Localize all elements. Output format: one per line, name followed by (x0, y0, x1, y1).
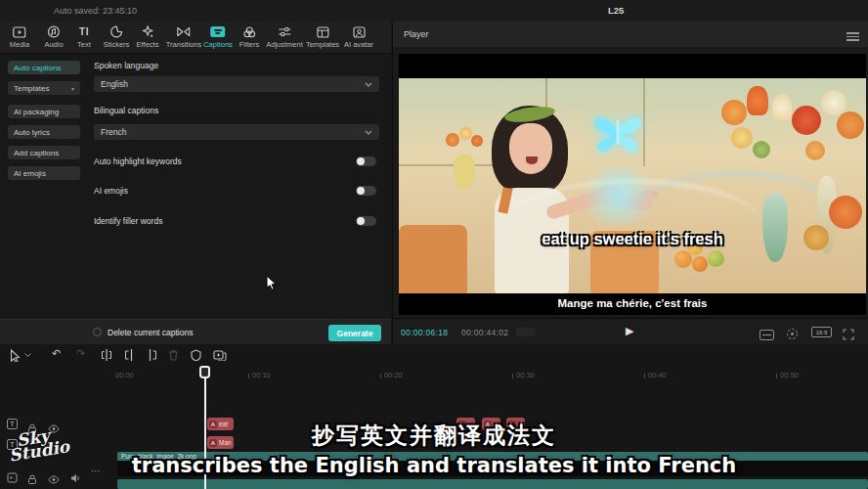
main-toolbar: Media Audio TI Text Stickers Effects Tra… (0, 22, 391, 54)
speaker-icon[interactable] (70, 469, 81, 487)
video-preview[interactable]: eat up sweetie it's fresh Mange ma chéri… (399, 54, 866, 315)
play-button[interactable]: ▶ (626, 325, 633, 337)
filler-words-toggle[interactable] (356, 216, 376, 226)
preview-quality-icon[interactable] (760, 327, 774, 344)
spoken-language-select[interactable]: English (94, 76, 379, 92)
delete-right-icon[interactable] (147, 349, 157, 361)
split-icon[interactable] (101, 349, 112, 361)
timeline: ↶ ↷ 00:00 00:10 00:20 00:30 (0, 344, 868, 489)
sidebar-item-auto-lyrics[interactable]: Auto lyrics (8, 125, 80, 139)
undo-icon[interactable]: ↶ (52, 347, 61, 360)
toolbar-effects[interactable]: Effects (137, 24, 159, 49)
ai-emojis-label: AI emojis (94, 186, 128, 196)
chevron-down-icon (365, 82, 372, 87)
player-controls: 00:00:06:18 00:00:44:02 ▶ 16:9 (393, 318, 868, 344)
auto-highlight-label: Auto highlight keywords (94, 156, 182, 166)
media-icon (12, 24, 27, 39)
toolbar-label: Transitions (166, 40, 201, 49)
overlay-track-icon[interactable] (213, 349, 227, 361)
sidebar-item-auto-captions[interactable]: Auto captions (8, 61, 80, 74)
toolbar-text[interactable]: TI Text (76, 24, 92, 49)
current-timecode: 00:00:06:18 (401, 328, 448, 337)
eye-icon[interactable] (48, 470, 60, 488)
captions-panel: Auto captions Templates ▾ AI packaging A… (0, 55, 391, 319)
ai-avatar-icon (351, 24, 367, 39)
audio-clip[interactable] (117, 479, 868, 489)
playhead-line[interactable] (204, 367, 206, 489)
select-tool-chevron-icon[interactable] (24, 353, 31, 357)
toolbar-label: Effects (137, 40, 159, 49)
toolbar-label: Stickers (104, 40, 130, 49)
sidebar-item-add-captions[interactable]: Add captions (8, 146, 80, 159)
stickers-icon (108, 24, 124, 39)
toolbar-audio[interactable]: Audio (44, 24, 63, 49)
ai-emojis-toggle[interactable] (356, 186, 376, 196)
auto-highlight-toggle[interactable] (356, 156, 376, 166)
video-clip[interactable]: Pure_black_image_2k.png (117, 452, 868, 476)
text-icon: TI (76, 24, 92, 39)
woman-face (509, 123, 552, 174)
more-icon[interactable]: ⋯ (91, 466, 101, 476)
caption-clip[interactable]: A (506, 418, 525, 430)
sidebar-item-ai-packaging[interactable]: AI packaging (8, 105, 80, 118)
filters-icon (241, 24, 257, 39)
mouse-cursor (266, 275, 278, 290)
total-timecode: 00:00:44:02 (461, 328, 508, 337)
delete-left-icon[interactable] (124, 349, 135, 361)
caption-clip[interactable]: A (456, 418, 475, 430)
caption-clip-badge: A (458, 421, 466, 428)
timecode-pill (516, 328, 536, 336)
toolbar-templates[interactable]: Templates (306, 24, 339, 49)
transitions-icon (176, 24, 192, 39)
redo-icon[interactable]: ↷ (76, 347, 85, 360)
caption-clip[interactable]: A Man (207, 436, 234, 449)
toolbar-label: Captions (203, 40, 233, 49)
video-track-icon (7, 469, 18, 487)
toolbar-label: Text (77, 40, 91, 49)
toolbar-stickers[interactable]: Stickers (104, 24, 130, 49)
generate-button[interactable]: Generate (328, 325, 381, 341)
toolbar-ai-avatar[interactable]: AI avatar (344, 24, 373, 49)
focus-icon[interactable] (786, 327, 799, 344)
ruler-tick: 00:40 (644, 371, 667, 379)
ruler-tick: 00:50 (776, 371, 799, 379)
sidebar-item-ai-emojis[interactable]: AI emojis (8, 166, 80, 180)
bilingual-captions-select[interactable]: French (94, 124, 379, 140)
aspect-ratio-button[interactable]: 16:9 (811, 327, 832, 337)
playhead-handle[interactable] (199, 366, 210, 378)
butterfly (590, 110, 645, 155)
delete-captions-label: Delete current captions (108, 328, 193, 337)
filler-words-label: Identify filler words (94, 216, 162, 226)
toolbar-adjustment[interactable]: Adjustment (266, 24, 303, 49)
delete-captions-checkbox[interactable] (93, 328, 102, 336)
toolbar-captions[interactable]: Captions (203, 24, 233, 49)
project-title: L25 (608, 5, 624, 16)
toolbar-label: Adjustment (266, 40, 303, 49)
caption-clip-badge: A (209, 439, 217, 447)
toolbar-transitions[interactable]: Transitions (166, 24, 201, 49)
player-menu-icon[interactable] (846, 30, 859, 43)
sidebar-item-templates[interactable]: Templates ▾ (8, 81, 80, 95)
caption-clip[interactable]: A (482, 418, 500, 430)
caption-clip[interactable]: A eat (207, 418, 234, 430)
delete-clip-icon[interactable] (168, 349, 179, 361)
video-editor-window: Auto saved: 23:45:10 L25 Media Audio TI … (0, 0, 868, 489)
toolbar-filters[interactable]: Filters (239, 24, 259, 49)
spoken-language-label: Spoken language (94, 61, 158, 70)
adjustment-icon (277, 24, 292, 39)
toolbar-media[interactable]: Media (10, 24, 29, 49)
timeline-toolbar: ↶ ↷ (0, 344, 868, 368)
sidebar-item-label: AI packaging (14, 108, 59, 116)
select-tool-icon[interactable] (10, 349, 21, 362)
caption-clip-badge: A (508, 421, 516, 428)
video-picture: eat up sweetie it's fresh (399, 78, 866, 293)
video-caption-french: Mange ma chérie, c'est frais (399, 297, 866, 309)
player-title: Player (404, 29, 429, 39)
mask-icon[interactable] (191, 349, 201, 361)
bilingual-captions-label: Bilingual captions (94, 106, 158, 115)
toolbar-label: Media (10, 40, 29, 49)
lock-icon[interactable] (27, 470, 37, 488)
fullscreen-icon[interactable] (843, 327, 854, 344)
video-caption-english: eat up sweetie it's fresh (399, 230, 866, 248)
ruler-tick: 00:00 (115, 371, 134, 379)
